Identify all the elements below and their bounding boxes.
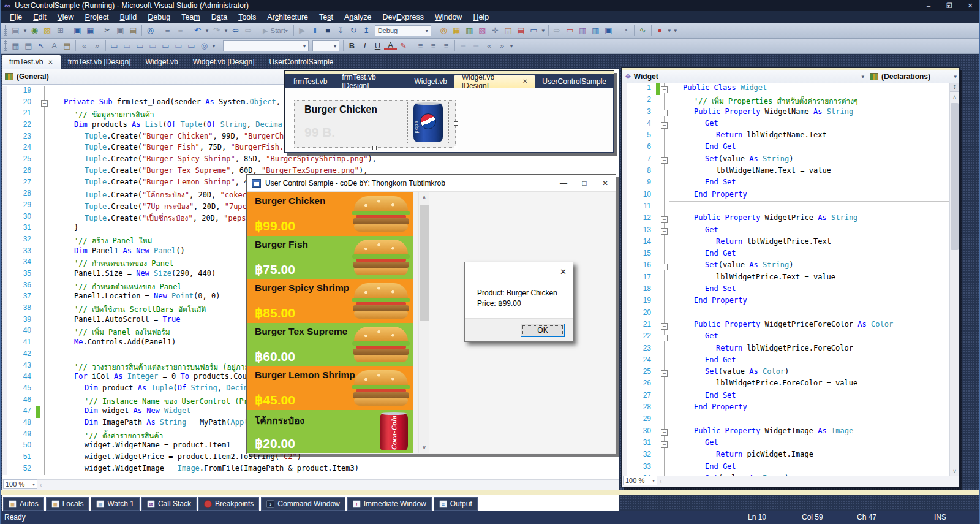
dropdown-icon[interactable]: ▾ xyxy=(22,25,28,37)
fold-margin[interactable] xyxy=(40,212,50,224)
tab-frmtest-vb[interactable]: frmTest.vb xyxy=(286,75,334,88)
fold-margin[interactable] xyxy=(40,86,50,97)
fold-margin[interactable] xyxy=(660,355,669,367)
tab-frmtest-vb-design-[interactable]: frmTest.vb [Design] xyxy=(334,75,407,88)
align-right-icon[interactable]: ≡ xyxy=(440,40,453,52)
overflow-icon[interactable]: ▾ xyxy=(673,25,679,37)
solution-explorer-icon[interactable]: ▥ xyxy=(463,25,476,37)
fold-margin[interactable] xyxy=(40,269,50,281)
app-close-button[interactable]: ✕ xyxy=(595,179,616,188)
menu-edit[interactable]: Edit xyxy=(28,12,52,23)
collapse-box-icon[interactable]: – xyxy=(661,264,668,270)
undo-icon[interactable]: ↶ xyxy=(191,25,204,37)
highlight-icon[interactable]: ✎ xyxy=(397,40,410,52)
underline-icon[interactable]: U xyxy=(371,40,384,52)
fold-margin[interactable]: – xyxy=(660,226,669,237)
watch-window-icon[interactable]: ▥ xyxy=(576,25,589,37)
window1-icon[interactable]: ▭ xyxy=(108,40,121,52)
fold-margin[interactable] xyxy=(40,292,50,303)
fold-margin[interactable]: – xyxy=(660,367,669,379)
fold-margin[interactable]: – xyxy=(660,119,669,131)
step-out-icon[interactable]: ↥ xyxy=(360,25,373,37)
fold-margin[interactable] xyxy=(660,190,669,202)
pointer-icon[interactable]: ↖ xyxy=(35,40,48,52)
collapse-box-icon[interactable]: – xyxy=(661,110,668,116)
horizontal-scrollbar[interactable]: 100 %▾ ‹ xyxy=(622,476,959,487)
collapse-box-icon[interactable]: – xyxy=(661,370,668,377)
tab-frmtest-vb[interactable]: frmTest.vb✕ xyxy=(2,55,61,69)
fold-margin[interactable]: – xyxy=(660,427,669,438)
start-button[interactable]: ▶Start ▾ xyxy=(259,27,292,35)
bold-icon[interactable]: B xyxy=(345,40,358,52)
tab-list-chevron-icon[interactable]: ▾ xyxy=(947,2,950,9)
minimize-button[interactable]: – xyxy=(918,2,939,10)
collapse-box-icon[interactable]: – xyxy=(661,429,668,436)
debug-combo[interactable]: Debug▾ xyxy=(375,25,431,36)
cut-icon[interactable]: ✂ xyxy=(101,25,114,37)
tab-usercontrolsample[interactable]: UserControlSample xyxy=(262,55,341,69)
scroll-left-arrow-icon[interactable]: ‹ xyxy=(40,482,42,488)
new-web-icon[interactable]: ◉ xyxy=(28,25,41,37)
product-item[interactable]: Burger Chicken฿99.00 xyxy=(247,192,413,236)
fold-margin[interactable] xyxy=(40,372,50,384)
continue-icon[interactable]: ▶ xyxy=(296,25,309,37)
size-combo[interactable]: ▾ xyxy=(312,40,339,51)
zoom-control[interactable]: 100 %▾ xyxy=(623,476,657,485)
fold-margin[interactable] xyxy=(40,338,50,349)
dropdown-icon[interactable]: ▾ xyxy=(204,25,210,37)
collapse-box-icon[interactable]: – xyxy=(661,228,668,235)
scrollbar-thumb[interactable] xyxy=(951,103,959,250)
fold-margin[interactable]: – xyxy=(660,438,669,450)
fold-margin[interactable] xyxy=(40,189,50,200)
table-icon[interactable]: ▦ xyxy=(9,40,22,52)
fold-margin[interactable] xyxy=(40,246,50,258)
bullet-list-icon[interactable]: ≣ xyxy=(470,40,483,52)
font-color-icon[interactable]: A xyxy=(384,42,397,50)
fold-margin[interactable] xyxy=(660,166,669,178)
copy-icon[interactable]: ▣ xyxy=(114,25,127,37)
step-into-icon[interactable]: ↧ xyxy=(334,25,347,37)
tool-tab-immediate[interactable]: !Immediate Window xyxy=(347,497,432,511)
uncomment-icon[interactable]: ≡ xyxy=(174,25,187,37)
fold-margin[interactable] xyxy=(40,257,50,269)
start-page-icon[interactable]: ◱ xyxy=(502,25,514,37)
overflow-icon[interactable]: ▾ xyxy=(540,25,546,37)
code-editor-widget[interactable]: 1–Public Class Widget2'// เพิ่ม Properti… xyxy=(622,83,949,476)
menu-view[interactable]: View xyxy=(52,12,80,23)
fold-margin[interactable]: – xyxy=(660,154,669,166)
fold-margin[interactable] xyxy=(660,249,669,260)
fold-margin[interactable] xyxy=(660,178,669,189)
collapse-box-icon[interactable]: – xyxy=(661,157,668,164)
scroll-left-arrow-icon[interactable]: ‹ xyxy=(660,478,662,485)
fold-margin[interactable] xyxy=(40,166,50,178)
window3-icon[interactable]: ▭ xyxy=(134,40,146,52)
menu-tools[interactable]: Tools xyxy=(233,12,262,23)
tab-widget-vb-design-[interactable]: Widget.vb [Design]✕ xyxy=(454,75,535,88)
close-button[interactable]: ✕ xyxy=(960,2,980,10)
product-item[interactable]: Burger Lemon Shrimp฿45.00 xyxy=(247,366,413,410)
menu-debug[interactable]: Debug xyxy=(142,12,176,23)
output-window-icon[interactable]: ▭ xyxy=(527,25,540,37)
increase-indent-icon[interactable]: » xyxy=(496,40,508,52)
close-tab-icon[interactable]: ✕ xyxy=(48,59,53,66)
fold-margin[interactable] xyxy=(660,344,669,355)
tool-tab-breakpoint[interactable]: Breakpoints xyxy=(198,497,259,511)
fold-margin[interactable] xyxy=(40,384,50,395)
font-combo[interactable]: ▾ xyxy=(223,40,309,51)
fold-margin[interactable] xyxy=(40,223,50,235)
menu-window[interactable]: Window xyxy=(429,12,467,23)
rows-icon[interactable]: ▤ xyxy=(22,40,35,52)
fold-margin[interactable] xyxy=(660,237,669,249)
fold-margin[interactable] xyxy=(40,154,50,166)
fold-margin[interactable] xyxy=(40,326,50,338)
fold-margin[interactable]: – xyxy=(660,213,669,225)
save-icon[interactable]: ▣ xyxy=(71,25,84,37)
tool-tab-watch[interactable]: ≣Watch 1 xyxy=(91,497,140,511)
window5-icon[interactable]: ▭ xyxy=(159,40,172,52)
outdent-icon[interactable]: « xyxy=(78,40,91,52)
resize-handle-right[interactable] xyxy=(454,121,458,126)
navigate-forward-icon[interactable]: ⇨ xyxy=(242,25,255,37)
window6-icon[interactable]: ▭ xyxy=(172,40,185,52)
add-item-icon[interactable]: ▤ xyxy=(9,25,22,37)
menu-analyze[interactable]: Analyze xyxy=(339,12,377,23)
